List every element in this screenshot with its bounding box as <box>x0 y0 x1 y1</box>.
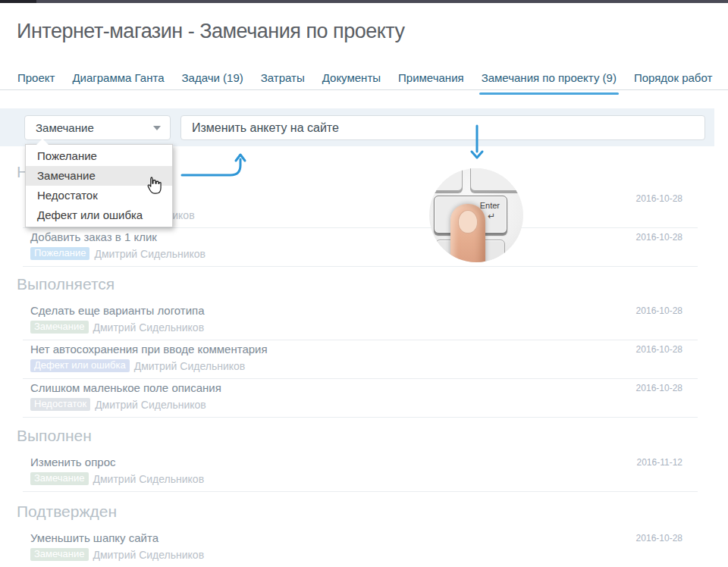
remark-author: Дмитрий Сидельников <box>93 473 205 485</box>
enter-key-label: Enter <box>480 201 500 210</box>
enter-return-icon: ↵ <box>488 211 495 221</box>
fingernail <box>458 210 478 233</box>
remark-title: Добавить заказ в 1 клик <box>30 230 636 244</box>
remark-title: Изменить опрос <box>30 456 637 469</box>
finger <box>450 204 485 262</box>
app-window: Интернет-магазин - Замечания по проекту … <box>0 0 728 567</box>
remark-type-badge: Замечание <box>30 472 89 485</box>
tab-6-active[interactable]: Замечания по проекту (9) <box>481 67 617 89</box>
remark-title-input[interactable] <box>180 115 705 140</box>
remark-type-badge: Дефект или ошибка <box>30 359 130 372</box>
section-header: Выполнен <box>17 426 728 446</box>
enter-key-photo: Enter ↵ <box>429 168 523 262</box>
remark-date: 2016-10-28 <box>636 343 682 356</box>
remark-date: 2016-10-28 <box>636 531 682 544</box>
window-top-strip-accent <box>0 0 36 3</box>
new-remark-bar: Замечание <box>0 108 714 146</box>
remark-type-value: Замечание <box>36 121 153 134</box>
page-title: Интернет-магазин - Замечания по проекту <box>17 20 405 43</box>
section-header: Выполняется <box>17 274 728 294</box>
remark-date: 2016-10-28 <box>636 230 682 243</box>
remark-date: 2016-10-28 <box>636 381 682 394</box>
remark-type-badge: Замечание <box>30 321 89 334</box>
tab-7[interactable]: Порядок работ <box>633 67 713 89</box>
remark-date: 2016-10-28 <box>636 192 682 205</box>
remark-author: Дмитрий Сидельников <box>134 360 246 372</box>
remark-title: Уменьшить шапку сайта <box>30 531 636 545</box>
remark-type-dropdown: ПожеланиеЗамечаниеНедостатокДефект или о… <box>25 144 173 227</box>
list-item[interactable]: Добавить заказ в 1 клик2016-10-28Пожелан… <box>23 228 698 267</box>
remark-author: Дмитрий Сидельников <box>95 399 206 411</box>
dropdown-option-1[interactable]: Замечание <box>26 166 172 186</box>
tab-2[interactable]: Задачи (19) <box>181 67 244 89</box>
remark-type-select[interactable]: Замечание <box>24 115 171 140</box>
section-1: ВыполняетсяСделать еще варианты логотипа… <box>0 274 728 418</box>
tab-3[interactable]: Затраты <box>260 67 306 89</box>
tab-bar-divider <box>0 89 728 90</box>
remark-title: Слишком маленькое поле описания <box>30 381 636 395</box>
remark-author: Дмитрий Сидельников <box>93 549 205 561</box>
tab-4[interactable]: Документы <box>322 67 381 89</box>
tab-0[interactable]: Проект <box>17 67 55 89</box>
window-top-strip <box>0 0 728 3</box>
remark-date: 2016-10-28 <box>636 304 682 317</box>
list-item[interactable]: Сделать еще варианты логотипа2016-10-28З… <box>23 302 698 340</box>
tab-1[interactable]: Диаграмма Ганта <box>71 67 165 89</box>
list-item[interactable]: Нет автосохранения при вводе комментария… <box>23 340 698 379</box>
tab-bar: ПроектДиаграмма ГантаЗадачи (19)ЗатратыД… <box>17 65 728 90</box>
remark-type-badge: Пожелание <box>30 247 89 260</box>
chevron-down-icon <box>153 126 161 130</box>
remark-author: Дмитрий Сидельников <box>93 321 205 334</box>
section-3: ПодтвержденУменьшить шапку сайта2016-10-… <box>0 502 728 567</box>
section-2: ВыполненИзменить опрос2016-11-12Замечани… <box>0 426 728 492</box>
list-item[interactable]: Уменьшить шапку сайта2016-10-28Замечание… <box>23 529 698 567</box>
remark-title: Нет автосохранения при вводе комментария <box>30 343 636 356</box>
tab-5[interactable]: Примечания <box>397 67 465 89</box>
list-item[interactable]: Изменить опрос2016-11-12ЗамечаниеДмитрий… <box>23 453 698 492</box>
list-item[interactable]: Слишком маленькое поле описания2016-10-2… <box>23 379 698 418</box>
remark-date: 2016-11-12 <box>637 456 683 468</box>
remark-type-badge: Недостаток <box>30 398 90 411</box>
dropdown-option-3[interactable]: Дефект или ошибка <box>26 205 172 225</box>
remark-title: Сделать еще варианты логотипа <box>30 304 636 318</box>
dropdown-option-2[interactable]: Недостаток <box>26 186 172 205</box>
dropdown-option-0[interactable]: Пожелание <box>26 146 172 166</box>
remark-author: Дмитрий Сидельников <box>94 248 206 260</box>
section-header: Подтвержден <box>17 502 728 522</box>
remark-type-badge: Замечание <box>30 548 89 561</box>
